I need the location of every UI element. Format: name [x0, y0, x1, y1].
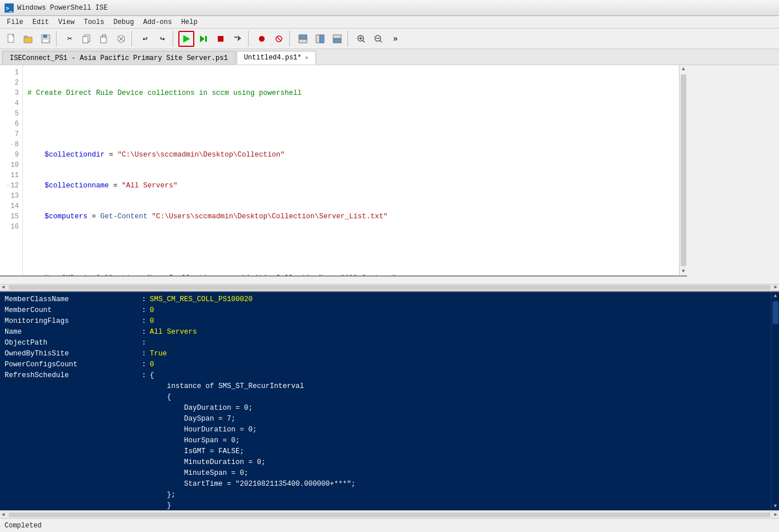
console-row-hourspan: HourSpan = 0;	[5, 435, 766, 446]
svg-rect-10	[101, 37, 106, 43]
console-scroll-up[interactable]: ▲	[773, 292, 778, 300]
window-title: Windows PowerShell ISE	[17, 4, 107, 12]
menu-help[interactable]: Help	[177, 17, 202, 27]
redo-button[interactable]: ↪	[154, 31, 170, 47]
console-row-refreshschedule: RefreshSchedule : {	[5, 370, 766, 381]
svg-rect-7	[43, 39, 49, 42]
menu-bar: File Edit View Tools Debug Add-ons Help	[0, 16, 779, 29]
console-row-minuteduration: MinuteDuration = 0;	[5, 457, 766, 468]
editor-scroll-up[interactable]: ▲	[681, 65, 686, 73]
svg-rect-25	[299, 39, 307, 43]
status-bar: Completed	[0, 518, 779, 532]
svg-rect-6	[43, 35, 47, 38]
title-bar: >_ Windows PowerShell ISE	[0, 0, 779, 16]
svg-text:>_: >_	[6, 5, 13, 12]
pane-top-button[interactable]	[295, 31, 311, 47]
h-scroll-thumb[interactable]	[9, 285, 770, 290]
console-area[interactable]: MemberClassName : SMS_CM_RES_COLL_PS1000…	[0, 292, 771, 511]
console-row-brace-open: {	[5, 392, 766, 403]
h-scroll-left[interactable]: ◄	[0, 285, 6, 290]
menu-view[interactable]: View	[54, 17, 79, 27]
clear-button[interactable]	[113, 31, 129, 47]
svg-rect-11	[102, 35, 106, 37]
more-button[interactable]: »	[387, 31, 404, 47]
status-text: Completed	[5, 522, 42, 530]
zoom-in-button[interactable]	[353, 31, 369, 47]
console-row-starttime: StartTime = "20210821135400.000000+***";	[5, 479, 766, 490]
editor-h-scrollbar[interactable]: ◄ ►	[0, 284, 779, 292]
open-button[interactable]	[21, 31, 37, 47]
line-7: 7	[0, 129, 22, 139]
paste-button[interactable]	[96, 31, 112, 47]
console-row-semicolon: };	[5, 490, 766, 501]
cut-button[interactable]: ✂	[62, 31, 78, 47]
svg-line-35	[380, 40, 382, 42]
svg-rect-17	[205, 36, 207, 42]
line-16: 16	[0, 222, 22, 232]
tab-untitled4-close[interactable]: ✕	[305, 54, 309, 61]
separator-4	[248, 31, 251, 47]
line-11: 11	[0, 170, 22, 181]
copy-button[interactable]	[79, 31, 95, 47]
console-row-instance: instance of SMS_ST_RecurInterval	[5, 381, 766, 392]
console-row-name: Name : All Servers	[5, 327, 766, 338]
menu-tools[interactable]: Tools	[79, 17, 109, 27]
svg-rect-29	[333, 39, 341, 43]
console-row-dayspan: DaySpan = 7;	[5, 414, 766, 425]
line-15: 15	[0, 211, 22, 222]
svg-line-31	[363, 40, 365, 42]
editor-scroll-thumb[interactable]	[681, 74, 686, 266]
console-row-minutespan: MinuteSpan = 0;	[5, 468, 766, 479]
editor-scroll-down[interactable]: ▼	[681, 267, 686, 275]
menu-debug[interactable]: Debug	[109, 17, 138, 27]
run-selection-button[interactable]	[195, 31, 211, 47]
new-button[interactable]	[3, 31, 19, 47]
toggle-breakpoint-button[interactable]	[254, 31, 270, 47]
con-h-scroll-thumb[interactable]	[9, 513, 770, 517]
code-line-2	[27, 119, 679, 129]
console-wrapper: MemberClassName : SMS_CM_RES_COLL_PS1000…	[0, 292, 779, 511]
menu-addons[interactable]: Add-ons	[138, 17, 176, 27]
tab-iseconnect-label: ISEConnect_PS1 - Asia Pacific Primary Si…	[10, 54, 228, 62]
undo-button[interactable]: ↩	[137, 31, 153, 47]
code-line-3: $collectiondir = "C:\Users\sccmadmin\Des…	[27, 150, 679, 160]
separator-5	[289, 31, 293, 47]
menu-edit[interactable]: Edit	[28, 17, 54, 27]
svg-rect-26	[316, 35, 319, 43]
separator-2	[131, 31, 135, 47]
code-editor[interactable]: # Create Direct Rule Device collections …	[23, 65, 679, 275]
step-into-button[interactable]	[230, 31, 246, 47]
line-4: 4	[0, 98, 22, 109]
console-h-scrollbar[interactable]: ◄ ►	[0, 510, 779, 518]
pane-right-button[interactable]	[312, 31, 328, 47]
save-button[interactable]	[38, 31, 54, 47]
tab-untitled4[interactable]: Untitled4.ps1* ✕	[237, 51, 316, 65]
run-button[interactable]	[178, 31, 194, 47]
pane-bottom-button[interactable]	[329, 31, 345, 47]
console-scrollbar[interactable]: ▲ ▼	[771, 292, 779, 511]
line-13: 13	[0, 191, 22, 201]
svg-rect-18	[218, 36, 223, 42]
menu-file[interactable]: File	[2, 17, 28, 27]
console-scroll-thumb[interactable]	[773, 301, 778, 324]
separator-6	[347, 31, 351, 47]
h-scroll-right[interactable]: ►	[773, 285, 779, 290]
console-row-memberclassname: MemberClassName : SMS_CM_RES_COLL_PS1000…	[5, 294, 766, 305]
editor-scrollbar[interactable]: ▲ ▼	[679, 65, 687, 275]
stop-button[interactable]	[213, 31, 229, 47]
console-row-isgmt: IsGMT = FALSE;	[5, 446, 766, 457]
con-h-scroll-left[interactable]: ◄	[0, 512, 6, 518]
editor-area[interactable]: 1 2 3 4 5 6 7 −8 9 10 11 −12 13 14 15 16…	[0, 65, 687, 277]
con-h-scroll-right[interactable]: ►	[773, 512, 779, 518]
zoom-out-button[interactable]	[370, 31, 386, 47]
svg-marker-15	[183, 35, 190, 42]
code-line-4: $collectionname = "All Servers"	[27, 181, 679, 191]
svg-rect-4	[24, 36, 27, 38]
console-scroll-down[interactable]: ▼	[773, 502, 778, 510]
code-line-6	[27, 242, 679, 253]
tab-untitled4-label: Untitled4.ps1*	[244, 54, 302, 62]
remove-breakpoints-button[interactable]	[271, 31, 287, 47]
line-5: 5	[0, 109, 22, 119]
tab-iseconnect[interactable]: ISEConnect_PS1 - Asia Pacific Primary Si…	[2, 51, 235, 65]
console-row-hourduration: HourDuration = 0;	[5, 425, 766, 435]
